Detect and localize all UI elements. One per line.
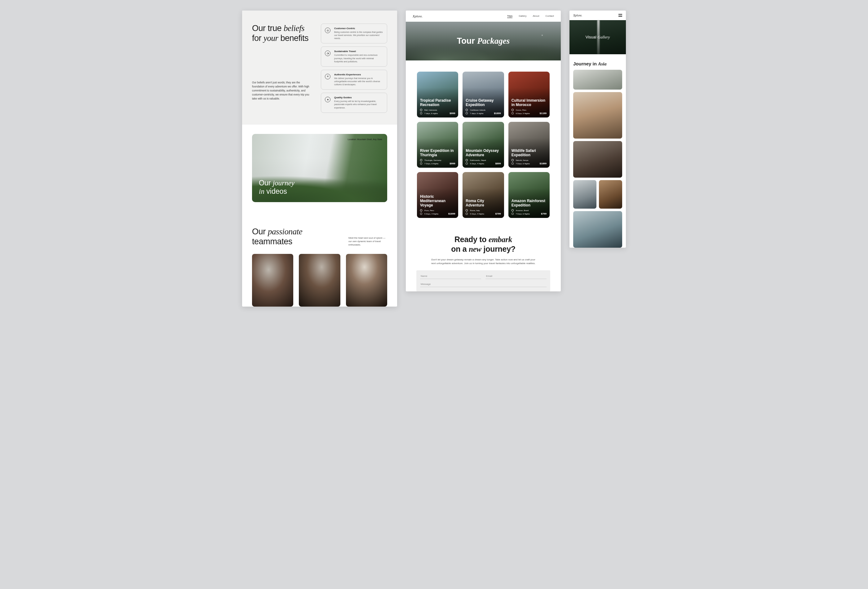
email-input[interactable]: Email — [486, 273, 546, 279]
tour-card[interactable]: Tropical Paradise Recreation Bali, Indon… — [417, 72, 458, 118]
contact-form: Name Email Message — [416, 270, 550, 291]
tour-location: Bali, Indonesia — [420, 109, 455, 111]
star-icon: ★ — [325, 97, 331, 102]
tour-title: Historic Mediterranean Voyage — [420, 194, 455, 207]
message-input[interactable]: Message — [420, 282, 546, 287]
top-nav: Xplore. Trips Gallery About Contact — [406, 10, 561, 22]
tour-card[interactable]: Cultural Immersion in Morocco Cusco, Per… — [508, 72, 550, 118]
gallery-image[interactable] — [573, 141, 622, 178]
belief-desc: Being customer-centric is the compass th… — [334, 31, 383, 40]
team-grid — [252, 254, 387, 307]
gallery-mobile-panel: Xplore. Visual Gallery Journey in Asia — [570, 10, 626, 248]
text-italic: Packages — [477, 36, 510, 46]
hero: Tour Packages — [406, 22, 561, 61]
nav-link-contact[interactable]: Contact — [545, 15, 554, 18]
video-title: Our journey in videos — [259, 179, 294, 196]
hamburger-icon[interactable] — [619, 14, 622, 17]
text-italic: beliefs — [283, 24, 304, 33]
gallery-image[interactable] — [573, 211, 622, 248]
text: Our — [252, 227, 268, 236]
tour-card[interactable]: Roma City Adventure Rome, Italy 5 Days, … — [462, 172, 504, 218]
text: Tour — [457, 36, 477, 46]
tour-title: Amazon Rainforest Expedition — [512, 199, 546, 207]
gallery-image[interactable] — [599, 180, 622, 209]
text: videos — [264, 187, 287, 195]
mobile-nav: Xplore. — [570, 10, 626, 20]
tour-location: Kathmandu, Nepal — [466, 159, 500, 161]
text: Visual — [586, 35, 598, 39]
text-italic: Asia — [598, 61, 607, 66]
team-member-photo[interactable] — [346, 254, 387, 307]
tour-price: $1899 — [540, 162, 546, 165]
tour-card[interactable]: River Expedition in Thuringia Thuringia,… — [417, 122, 458, 168]
tour-card[interactable]: Historic Mediterranean Voyage Puno, Peru… — [417, 172, 458, 218]
belief-card[interactable]: ◔ Sustainable Travel Committed to respon… — [321, 46, 387, 66]
gallery-image[interactable] — [573, 70, 622, 90]
gallery-image[interactable] — [573, 92, 622, 139]
belief-title: Quality Guides — [334, 96, 383, 99]
belief-card[interactable]: ◎ Customer-Centric Being customer-centri… — [321, 24, 387, 43]
text: benefits — [278, 34, 309, 43]
tour-price: $999 — [450, 112, 455, 115]
tour-card[interactable]: Mountain Odyssey Adventure Kathmandu, Ne… — [462, 122, 504, 168]
tour-location: Amazon, Brazil — [512, 209, 546, 211]
tour-price: $1899 — [494, 112, 500, 115]
tour-duration: 7 Days, 6 Nights — [512, 213, 530, 215]
text-italic: new — [469, 245, 481, 253]
text-italic: embark — [489, 235, 512, 244]
nav-link-gallery[interactable]: Gallery — [519, 15, 526, 18]
team-desc: Meet the heart and soul of xplore — our … — [348, 236, 387, 247]
tours-grid: Tropical Paradise Recreation Bali, Indon… — [406, 61, 561, 230]
tour-title: Mountain Odyssey Adventure — [466, 149, 500, 157]
tour-price: $799 — [541, 213, 546, 215]
journey-video[interactable]: Location: Mountain Strait, Any State Our… — [252, 134, 387, 202]
text: Our — [259, 179, 273, 187]
tour-title: Tropical Paradise Recreation — [420, 98, 455, 107]
text: teammates — [252, 237, 292, 246]
team-member-photo[interactable] — [299, 254, 340, 307]
tour-location: Thuringia, Germany — [420, 159, 455, 161]
belief-title: Authentic Experiences — [334, 73, 383, 76]
team-heading: Our passionate teammates — [252, 227, 302, 247]
belief-card[interactable]: ✕ Authentic Experiences We deliver journ… — [321, 70, 387, 90]
text-italic: Gallery — [598, 35, 610, 39]
team-section: Our passionate teammates Meet the heart … — [242, 211, 397, 307]
nav-link-about[interactable]: About — [533, 15, 539, 18]
tour-card[interactable]: Cruise Getaway Expedition Caribbean Isla… — [462, 72, 504, 118]
text: on a — [451, 245, 469, 253]
brand-logo[interactable]: Xplore. — [413, 14, 422, 18]
compass-icon: ✕ — [325, 74, 331, 79]
tour-duration: 5 Days, 4 Nights — [420, 213, 438, 215]
tour-title: Wildlife Safari Expedition — [512, 149, 546, 157]
tour-price: $1199 — [540, 112, 546, 115]
tour-duration: 6 Days, 5 Nights — [512, 112, 530, 114]
name-input[interactable]: Name — [420, 273, 481, 279]
text: journey? — [481, 245, 515, 253]
nav-link-trips[interactable]: Trips — [507, 15, 512, 18]
trips-page-panel: Xplore. Trips Gallery About Contact Tour… — [406, 10, 561, 291]
gallery-image[interactable] — [573, 180, 596, 209]
tour-card[interactable]: Amazon Rainforest Expedition Amazon, Bra… — [508, 172, 550, 218]
belief-title: Sustainable Travel — [334, 50, 383, 53]
tour-title: Roma City Adventure — [466, 199, 500, 207]
video-location: Location: Mountain Strait, Any State — [348, 138, 382, 140]
nav-links: Trips Gallery About Contact — [507, 15, 554, 18]
team-member-photo[interactable] — [252, 254, 293, 307]
tour-location: Nairobi, Kenya — [512, 159, 546, 161]
tour-duration: 7 days, 6 nights — [466, 112, 483, 114]
beliefs-heading: Our true beliefs for your benefits — [252, 24, 313, 43]
tour-location: Puno, Peru — [420, 209, 455, 211]
leaf-icon: ◔ — [325, 50, 331, 56]
beliefs-section: Our true beliefs for your benefits Our b… — [242, 10, 397, 125]
tour-price: $799 — [495, 213, 501, 215]
tour-price: $1899 — [448, 213, 455, 215]
hero-title: Tour Packages — [457, 36, 510, 46]
brand-logo[interactable]: Xplore. — [573, 14, 582, 17]
tour-card[interactable]: Wildlife Safari Expedition Nairobi, Keny… — [508, 122, 550, 168]
tour-duration: 5 Days, 4 Nights — [466, 213, 484, 215]
tour-title: River Expedition in Thuringia — [420, 149, 455, 157]
text: Journey in — [573, 61, 598, 66]
tour-duration: 7 Days, 6 Nights — [420, 162, 438, 165]
gallery-grid — [570, 70, 626, 248]
belief-card[interactable]: ★ Quality Guides Every journey will be l… — [321, 93, 387, 112]
